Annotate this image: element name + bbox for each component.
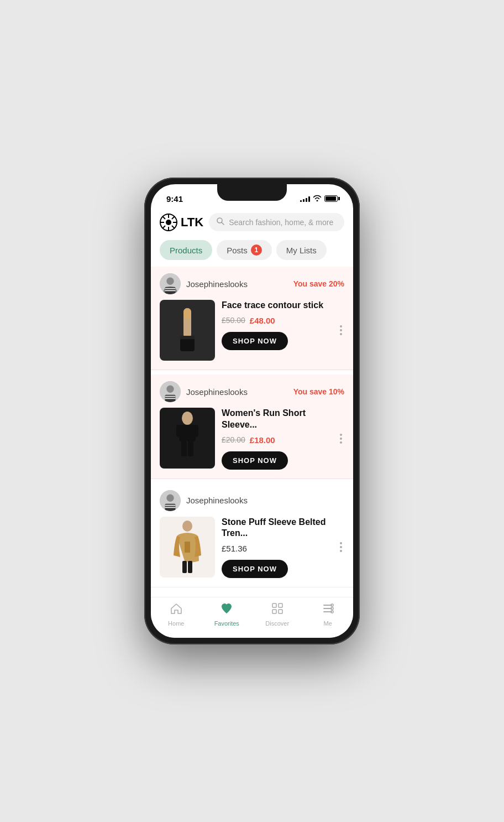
avatar-0 <box>160 273 181 294</box>
svg-rect-52 <box>279 604 282 607</box>
svg-rect-40 <box>188 561 192 573</box>
product-row-2: Stone Puff Sleeve Belted Tren... £51.36 … <box>160 517 334 579</box>
svg-point-23 <box>166 386 174 393</box>
product-card-3: Josephineslooks <box>151 592 353 597</box>
svg-line-8 <box>172 216 175 219</box>
price-row-2: £51.36 <box>222 544 334 553</box>
search-placeholder-text: Search fashion, home, & more <box>229 218 333 227</box>
product-row-wrapper-0: Face trace contour stick £50.00 £48.00 S… <box>160 300 344 361</box>
seller-name-0: Josephineslooks <box>186 279 248 289</box>
price-original-1: £20.00 <box>222 435 245 444</box>
phone-frame: 9:41 <box>144 178 360 644</box>
product-title-1: Women's Run Short Sleeve... <box>222 408 334 431</box>
seller-info-2: Josephineslooks <box>160 490 248 511</box>
seller-row-2: Josephineslooks <box>160 490 344 511</box>
home-icon <box>170 602 183 618</box>
svg-point-13 <box>166 278 174 285</box>
svg-point-38 <box>182 521 192 532</box>
nav-home[interactable]: Home <box>151 602 202 627</box>
seller-info-0: Josephineslooks <box>160 273 248 294</box>
product-image-0 <box>160 300 215 361</box>
price-sale-0: £48.00 <box>250 316 275 325</box>
nav-discover[interactable]: Discover <box>252 602 303 627</box>
ltk-logo: LTK <box>160 214 203 231</box>
tab-posts[interactable]: Posts 1 <box>217 240 272 260</box>
svg-rect-30 <box>192 425 198 437</box>
save-badge-1: You save 10% <box>293 387 344 396</box>
me-icon <box>321 602 334 618</box>
more-options-1[interactable] <box>338 431 344 446</box>
price-row-1: £20.00 £18.00 <box>222 435 334 445</box>
search-icon <box>217 217 224 227</box>
svg-line-6 <box>162 216 165 219</box>
app-content[interactable]: LTK Search fashion, home, & more Product… <box>151 209 353 597</box>
svg-line-11 <box>222 222 224 225</box>
avatar-1 <box>160 381 181 402</box>
bottom-nav: Home Favorites <box>151 597 353 638</box>
product-title-0: Face trace contour stick <box>222 300 334 311</box>
more-options-0[interactable] <box>338 323 344 337</box>
status-time: 9:41 <box>166 194 183 204</box>
product-image-1 <box>160 408 215 469</box>
svg-rect-17 <box>165 290 176 291</box>
price-sale-1: £18.00 <box>250 435 275 445</box>
seller-row-1: Josephineslooks You save 10% <box>160 381 344 402</box>
seller-row-0: Josephineslooks You save 20% <box>160 273 344 294</box>
posts-badge: 1 <box>251 244 262 256</box>
svg-rect-54 <box>279 610 282 613</box>
product-title-2: Stone Puff Sleeve Belted Tren... <box>222 517 334 540</box>
tabs-row: Products Posts 1 My Lists <box>151 238 353 267</box>
svg-rect-53 <box>272 610 276 613</box>
grid-icon <box>271 602 284 618</box>
product-card-2: Josephineslooks <box>151 483 353 588</box>
svg-rect-36 <box>165 504 176 506</box>
product-details-0: Face trace contour stick £50.00 £48.00 S… <box>222 300 334 350</box>
heart-icon <box>220 602 233 618</box>
seller-info-1: Josephineslooks <box>160 381 248 402</box>
shop-now-button-2[interactable]: SHOP NOW <box>222 560 288 578</box>
svg-rect-26 <box>165 398 176 399</box>
product-row-wrapper-2: Stone Puff Sleeve Belted Tren... £51.36 … <box>160 517 344 579</box>
shop-now-button-1[interactable]: SHOP NOW <box>222 451 288 470</box>
nav-discover-label: Discover <box>265 620 289 627</box>
product-row-wrapper-1: Women's Run Short Sleeve... £20.00 £18.0… <box>160 408 344 470</box>
more-options-2[interactable] <box>338 540 344 554</box>
svg-rect-19 <box>183 308 191 319</box>
svg-rect-16 <box>165 288 176 289</box>
search-bar[interactable]: Search fashion, home, & more <box>209 213 344 231</box>
nav-home-label: Home <box>168 620 184 627</box>
nav-favorites[interactable]: Favorites <box>202 602 253 627</box>
product-image-2 <box>160 517 215 578</box>
price-row-0: £50.00 £48.00 <box>222 316 334 325</box>
ltk-logo-icon <box>160 214 177 231</box>
svg-line-9 <box>162 226 165 228</box>
tab-products[interactable]: Products <box>160 240 212 260</box>
svg-point-1 <box>166 220 171 225</box>
price-original-0: £50.00 <box>222 316 245 325</box>
product-card-1: Josephineslooks You save 10% <box>151 374 353 479</box>
battery-icon <box>324 195 338 202</box>
svg-rect-25 <box>165 396 176 397</box>
signal-icon <box>300 195 310 202</box>
svg-rect-37 <box>165 507 176 508</box>
product-row-0: Face trace contour stick £50.00 £48.00 S… <box>160 300 334 361</box>
svg-rect-39 <box>182 561 187 573</box>
svg-point-27 <box>182 412 193 425</box>
product-row-1: Women's Run Short Sleeve... £20.00 £18.0… <box>160 408 334 470</box>
shop-now-button-0[interactable]: SHOP NOW <box>222 332 288 350</box>
svg-rect-31 <box>181 441 187 456</box>
nav-favorites-label: Favorites <box>214 620 239 627</box>
phone-notch <box>217 184 287 201</box>
nav-me-label: Me <box>324 620 332 627</box>
tab-my-lists[interactable]: My Lists <box>276 240 327 260</box>
phone-screen: 9:41 <box>151 184 353 638</box>
svg-point-34 <box>166 494 174 501</box>
svg-rect-51 <box>272 604 276 607</box>
avatar-2 <box>160 490 181 511</box>
status-icons <box>300 195 338 203</box>
nav-me[interactable]: Me <box>303 602 354 627</box>
wifi-icon <box>313 195 322 203</box>
ltk-logo-text: LTK <box>181 215 203 230</box>
svg-line-7 <box>172 226 175 228</box>
price-regular-2: £51.36 <box>222 544 247 553</box>
